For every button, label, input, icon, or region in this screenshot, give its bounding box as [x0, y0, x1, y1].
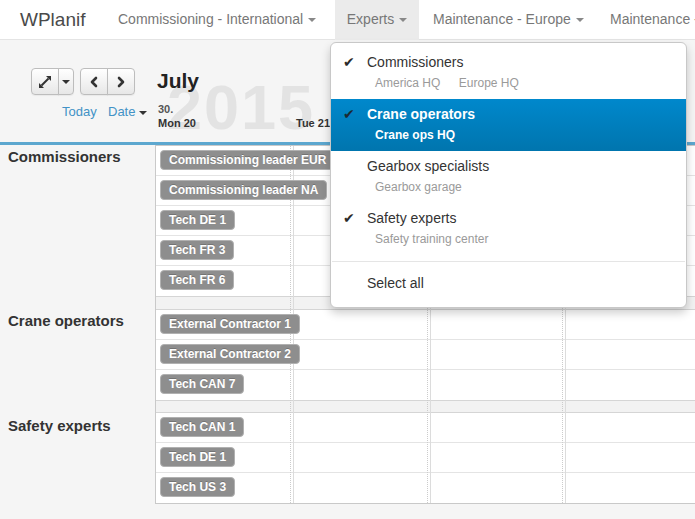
expand-view-button[interactable]: [31, 68, 59, 95]
check-icon: ✔: [343, 106, 355, 122]
app-brand[interactable]: WPlanif: [20, 0, 85, 39]
view-button-group: [31, 68, 74, 95]
check-icon: ✔: [343, 210, 355, 226]
nav-maintenance-truncated[interactable]: Maintenance -: [610, 0, 695, 39]
dropdown-item-label: Crane operators: [367, 106, 671, 123]
view-options-button[interactable]: [58, 68, 74, 95]
day-header: Tue 21: [296, 117, 330, 129]
caret-down-icon: [576, 18, 584, 22]
navbar: WPlanif Commissioning - International Ex…: [0, 0, 695, 40]
resource-pill[interactable]: Tech DE 1: [160, 210, 235, 230]
day-header: Mon 20: [158, 117, 196, 129]
dropdown-item-label: Safety experts: [367, 210, 671, 227]
next-button[interactable]: [107, 68, 135, 95]
chevron-right-icon: [114, 75, 128, 89]
nav-experts[interactable]: Experts: [335, 0, 419, 40]
resource-pill[interactable]: Tech CAN 1: [160, 417, 244, 437]
previous-button[interactable]: [80, 68, 108, 95]
depot-list: Gearbox garage: [375, 179, 671, 194]
depot-europe-hq[interactable]: Europe HQ: [459, 76, 519, 90]
resource-pill[interactable]: Tech FR 3: [160, 240, 234, 260]
date-link-label: Date: [108, 104, 135, 119]
diagonal-resize-icon: [38, 75, 52, 89]
depot-america-hq[interactable]: America HQ: [375, 76, 440, 90]
resource-pill[interactable]: Tech US 3: [160, 477, 235, 497]
caret-down-icon: [62, 80, 70, 84]
group-label-commissioners: Commissioners: [8, 148, 121, 165]
caret-down-icon: [139, 111, 147, 115]
today-link[interactable]: Today: [62, 104, 97, 119]
caret-down-icon: [308, 18, 316, 22]
nav-item-label: Commissioning - International: [118, 11, 303, 27]
group-separator: [156, 400, 695, 413]
date-nav-button-group: [80, 68, 135, 95]
nav-commissioning-international[interactable]: Commissioning - International: [118, 0, 316, 39]
dropdown-item-safety-experts[interactable]: ✔ Safety experts Safety training center: [331, 203, 686, 255]
resource-pill[interactable]: Tech CAN 7: [160, 374, 244, 394]
month-title: July: [157, 69, 199, 93]
resource-pill[interactable]: External Contractor 1: [160, 314, 300, 334]
resource-pill[interactable]: Commissioning leader EUR: [160, 150, 335, 170]
experts-dropdown-menu: ✔ Commissioners America HQ Europe HQ ✔ C…: [330, 42, 687, 308]
select-all-item[interactable]: Select all: [331, 268, 686, 301]
nav-item-label: Maintenance -: [610, 11, 695, 27]
depot-safety-training-center[interactable]: Safety training center: [375, 232, 488, 246]
depot-crane-ops-hq[interactable]: Crane ops HQ: [375, 128, 455, 142]
dropdown-item-gearbox-specialists[interactable]: Gearbox specialists Gearbox garage: [331, 151, 686, 203]
chevron-left-icon: [87, 75, 101, 89]
dropdown-item-label: Commissioners: [367, 54, 671, 71]
date-link[interactable]: Date: [108, 104, 147, 119]
depot-list: Crane ops HQ: [375, 127, 671, 142]
timeline-row[interactable]: [156, 443, 695, 473]
resource-pill[interactable]: Tech FR 6: [160, 270, 234, 290]
timeline-row[interactable]: [156, 473, 695, 503]
resource-pill[interactable]: Commissioning leader NA: [160, 180, 327, 200]
dropdown-item-commissioners[interactable]: ✔ Commissioners America HQ Europe HQ: [331, 47, 686, 99]
group-label-safety-experts: Safety experts: [8, 417, 111, 434]
depot-list: Safety training center: [375, 231, 671, 246]
resource-pill[interactable]: Tech DE 1: [160, 447, 235, 467]
check-icon: ✔: [343, 54, 355, 70]
nav-item-label: Experts: [347, 11, 394, 27]
nav-item-label: Maintenance - Europe: [433, 11, 571, 27]
depot-list: America HQ Europe HQ: [375, 75, 671, 90]
group-label-crane-operators: Crane operators: [8, 312, 124, 329]
depot-gearbox-garage[interactable]: Gearbox garage: [375, 180, 462, 194]
dropdown-item-label: Gearbox specialists: [367, 158, 671, 175]
resource-pill[interactable]: External Contractor 2: [160, 344, 300, 364]
week-number: 30.: [158, 103, 173, 115]
dropdown-item-crane-operators[interactable]: ✔ Crane operators Crane ops HQ: [331, 99, 686, 151]
nav-maintenance-europe[interactable]: Maintenance - Europe: [433, 0, 584, 39]
caret-down-icon: [399, 18, 407, 22]
dropdown-divider: [332, 261, 685, 262]
